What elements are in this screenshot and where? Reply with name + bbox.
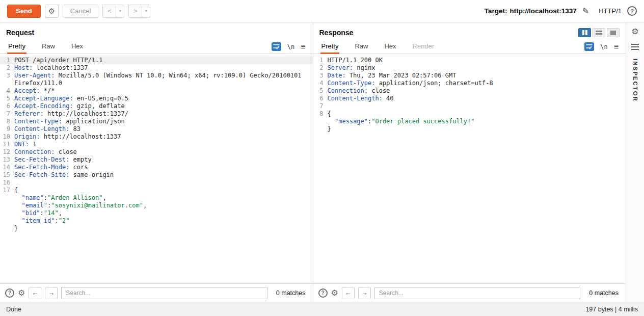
line-number: 7 (0, 110, 14, 118)
code-line: 1POST /api/order HTTP/1.1 (0, 57, 313, 64)
search-input[interactable] (374, 287, 580, 299)
line-content: Connection: close (328, 87, 626, 95)
request-editor-icons: \n ≡ (272, 42, 306, 54)
code-line: 9Content-Length: 83 (0, 125, 313, 133)
gear-icon: ⚙ (48, 7, 55, 15)
line-number: 4 (0, 87, 14, 95)
top-toolbar: Send ⚙ Cancel < ▾ > ▾ Target: http://loc… (0, 0, 644, 22)
code-line: 16 (0, 179, 313, 187)
line-content: Sec-Fetch-Mode: cors (14, 164, 313, 171)
response-panel-head: Response (313, 22, 626, 39)
line-number: 6 (0, 102, 14, 110)
editor-menu-icon[interactable]: ≡ (301, 43, 305, 51)
inspector-label[interactable]: INSPECTOR (632, 59, 638, 102)
layout-single-button[interactable] (607, 28, 620, 37)
tab-raw[interactable]: Raw (41, 39, 56, 54)
search-input[interactable] (61, 287, 267, 299)
code-line: 6Accept-Encoding: gzip, deflate (0, 102, 313, 110)
response-panel-title: Response (319, 29, 354, 37)
code-line: 3User-Agent: Mozilla/5.0 (Windows NT 10.… (0, 72, 313, 87)
request-panel-head: Request (0, 22, 313, 39)
search-settings-icon[interactable]: ⚙ (331, 289, 338, 297)
response-viewer[interactable]: 1HTTP/1.1 200 OK2Server: nginx3Date: Thu… (313, 54, 626, 283)
help-icon[interactable]: ? (627, 6, 637, 16)
back-button[interactable]: < (102, 5, 116, 18)
inspector-sidebar: ⚙ INSPECTOR (626, 22, 644, 302)
line-content: Content-Type: application/json (14, 118, 313, 125)
line-number: 4 (313, 80, 328, 87)
tab-hex[interactable]: Hex (70, 39, 84, 54)
single-pane-icon (610, 31, 616, 35)
line-content (328, 102, 626, 110)
send-button[interactable]: Send (7, 5, 41, 18)
forward-button[interactable]: > (128, 5, 142, 18)
response-panel: Response PrettyRawHexRender (313, 22, 626, 302)
line-content: Connection: close (14, 148, 313, 156)
forward-history-dropdown[interactable]: ▾ (142, 5, 150, 18)
search-help-icon[interactable]: ? (318, 288, 328, 298)
code-line: 11DNT: 1 (0, 141, 313, 148)
line-content: { "name":"Arden Allison", "email":"sosyn… (14, 187, 313, 232)
edit-target-icon[interactable]: ✎ (582, 6, 589, 16)
search-help-icon[interactable]: ? (5, 288, 14, 298)
show-newlines-icon[interactable]: \n (600, 43, 607, 50)
show-newlines-icon[interactable]: \n (287, 43, 294, 50)
cancel-button[interactable]: Cancel (63, 5, 98, 18)
editor-menu-icon[interactable]: ≡ (614, 43, 619, 51)
http-version-selector[interactable]: HTTP/1 (599, 7, 622, 15)
line-number: 5 (313, 87, 328, 95)
request-editor[interactable]: 1POST /api/order HTTP/1.12Host: localhos… (0, 54, 313, 283)
code-line: 8Content-Type: application/json (0, 118, 313, 125)
line-content: Referer: http://localhost:1337/ (14, 110, 313, 118)
line-number: 5 (0, 95, 14, 102)
line-number: 2 (313, 64, 328, 72)
inspector-toggle-icon[interactable] (631, 44, 639, 50)
line-content: { "message":"Order placed successfully!"… (328, 110, 626, 133)
line-content: DNT: 1 (14, 141, 313, 148)
line-content: Server: nginx (328, 64, 626, 72)
code-line: 10Origin: http://localhost:1337 (0, 133, 313, 141)
request-search-bar: ? ⚙ ← → 0 matches (0, 283, 313, 302)
code-line: 1HTTP/1.1 200 OK (313, 57, 626, 64)
response-tab-bar: PrettyRawHexRender (320, 39, 436, 54)
code-line: 13Sec-Fetch-Dest: empty (0, 156, 313, 164)
line-content: Origin: http://localhost:1337 (14, 133, 313, 141)
rows-icon (596, 30, 602, 36)
word-wrap-icon[interactable] (272, 42, 281, 51)
tab-raw[interactable]: Raw (354, 39, 369, 54)
columns-icon (582, 30, 584, 35)
search-prev-button[interactable]: ← (29, 287, 41, 299)
code-line: 17{ "name":"Arden Allison", "email":"sos… (0, 187, 313, 232)
line-number: 9 (0, 125, 14, 133)
search-next-button[interactable]: → (45, 287, 58, 299)
code-line: 7Referer: http://localhost:1337/ (0, 110, 313, 118)
search-prev-button[interactable]: ← (342, 287, 355, 299)
tab-render[interactable]: Render (412, 39, 436, 54)
target-value: http://localhost:1337 (510, 7, 577, 15)
target-label: Target: (485, 7, 507, 15)
line-number: 3 (0, 72, 14, 87)
tab-pretty[interactable]: Pretty (7, 39, 26, 54)
line-number: 7 (313, 102, 328, 110)
response-editor-icons: \n ≡ (584, 42, 619, 54)
line-content: HTTP/1.1 200 OK (328, 57, 626, 64)
code-line: 14Sec-Fetch-Mode: cors (0, 164, 313, 171)
repeater-window: Send ⚙ Cancel < ▾ > ▾ Target: http://loc… (0, 0, 644, 316)
layout-rows-button[interactable] (593, 28, 605, 37)
search-next-button[interactable]: → (358, 287, 371, 299)
layout-columns-button[interactable] (578, 28, 591, 37)
search-matches-label: 0 matches (276, 289, 308, 297)
back-history-dropdown[interactable]: ▾ (116, 5, 124, 18)
word-wrap-icon[interactable] (584, 42, 594, 51)
search-settings-icon[interactable]: ⚙ (18, 289, 25, 297)
line-content: Accept-Language: en-US,en;q=0.5 (14, 95, 313, 102)
main-area: Request PrettyRawHex \n ≡ (0, 22, 644, 302)
line-content: Content-Length: 40 (328, 95, 626, 102)
line-number: 17 (0, 187, 14, 232)
tab-hex[interactable]: Hex (383, 39, 397, 54)
line-number: 8 (313, 110, 328, 133)
tab-pretty[interactable]: Pretty (320, 39, 340, 54)
send-settings-button[interactable]: ⚙ (45, 5, 59, 18)
settings-gear-icon[interactable]: ⚙ (631, 28, 638, 36)
toolbar-right: Target: http://localhost:1337 ✎ HTTP/1 ? (485, 6, 637, 16)
